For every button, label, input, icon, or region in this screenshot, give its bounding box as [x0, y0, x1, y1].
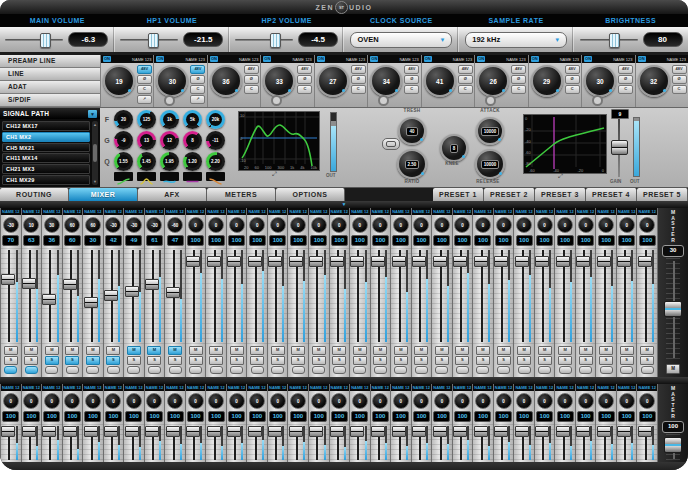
- clip-button[interactable]: C: [618, 85, 633, 94]
- eq-band5-gain-knob[interactable]: -11: [206, 131, 225, 150]
- fader-track[interactable]: [596, 424, 616, 462]
- link-button[interactable]: [169, 366, 182, 374]
- phantom-48v-button[interactable]: 48V: [404, 65, 419, 74]
- fader-handle[interactable]: [556, 426, 570, 437]
- eq-band4-freq-knob[interactable]: 5k: [183, 110, 202, 129]
- pan-knob[interactable]: 0: [413, 217, 429, 233]
- fader-handle[interactable]: [104, 426, 118, 437]
- fader-track[interactable]: [473, 248, 493, 344]
- fader-handle[interactable]: [474, 426, 488, 437]
- phase-button[interactable]: Ø: [672, 75, 687, 84]
- solo-button[interactable]: S: [271, 356, 285, 365]
- solo-button[interactable]: S: [4, 356, 18, 365]
- tab-preset-5[interactable]: PRESET 5: [637, 188, 688, 201]
- solo-button[interactable]: S: [640, 356, 654, 365]
- clip-button[interactable]: C: [190, 85, 205, 94]
- master-mute-button[interactable]: M: [666, 364, 680, 374]
- pan-knob[interactable]: 0: [105, 393, 121, 409]
- fader-handle[interactable]: [350, 426, 364, 437]
- mute-button[interactable]: M: [640, 346, 654, 355]
- fader-handle[interactable]: [412, 426, 426, 437]
- fader-handle[interactable]: [638, 426, 652, 437]
- pan-knob[interactable]: 0: [598, 217, 614, 233]
- fader-handle[interactable]: [576, 256, 590, 267]
- fader-track[interactable]: [247, 424, 267, 462]
- solo-button[interactable]: S: [291, 356, 305, 365]
- fader-track[interactable]: [22, 424, 42, 462]
- fader-track[interactable]: [453, 248, 473, 344]
- pan-knob[interactable]: 0: [639, 393, 655, 409]
- pan-knob[interactable]: 10: [23, 217, 39, 233]
- fader-track[interactable]: [145, 248, 165, 344]
- pan-knob[interactable]: 0: [639, 217, 655, 233]
- fader-handle[interactable]: [1, 274, 15, 285]
- mute-button[interactable]: M: [209, 346, 223, 355]
- pan-knob[interactable]: 0: [146, 393, 162, 409]
- eq-band3-gain-knob[interactable]: 12: [160, 131, 179, 150]
- pan-knob[interactable]: 0: [3, 393, 19, 409]
- pan-knob[interactable]: 60: [85, 217, 101, 233]
- eq-band4-q-knob[interactable]: 1.20: [183, 152, 202, 171]
- tab-preset-2[interactable]: PRESET 2: [484, 188, 535, 201]
- pan-knob[interactable]: 0: [393, 217, 409, 233]
- phase-button[interactable]: Ø: [297, 75, 312, 84]
- fader-track[interactable]: [637, 424, 657, 462]
- pan-knob[interactable]: 0: [64, 393, 80, 409]
- fader-track[interactable]: [83, 424, 103, 462]
- on-indicator[interactable]: ON: [531, 56, 539, 62]
- mute-button[interactable]: M: [127, 346, 141, 355]
- fader-handle[interactable]: [84, 297, 98, 308]
- preamp-gain-knob[interactable]: 36: [210, 65, 242, 97]
- pan-knob[interactable]: 0: [208, 393, 224, 409]
- phase-button[interactable]: Ø: [137, 75, 152, 84]
- link-button[interactable]: [4, 366, 17, 374]
- fader-handle[interactable]: [453, 426, 467, 437]
- expand-icon[interactable]: ⤢: [272, 171, 277, 178]
- link-button[interactable]: [518, 366, 531, 374]
- mute-button[interactable]: M: [373, 346, 387, 355]
- link-button[interactable]: [641, 366, 654, 374]
- signal-path-item[interactable]: CH5 MX21: [2, 143, 90, 153]
- pan-knob[interactable]: 0: [331, 393, 347, 409]
- solo-button[interactable]: S: [497, 356, 511, 365]
- tab-meters[interactable]: METERS: [207, 188, 276, 201]
- clock-source-select[interactable]: OVEN ▼: [350, 32, 452, 48]
- pan-knob[interactable]: 0: [537, 217, 553, 233]
- fader-handle[interactable]: [166, 287, 180, 298]
- main-volume-slider[interactable]: [5, 32, 63, 47]
- solo-button[interactable]: S: [558, 356, 572, 365]
- fader-track[interactable]: [268, 424, 288, 462]
- pan-knob[interactable]: 0: [434, 393, 450, 409]
- pan-knob[interactable]: 30: [44, 217, 60, 233]
- signal-path-scrollbar[interactable]: ▲ ▼: [92, 121, 98, 185]
- pan-knob[interactable]: 0: [454, 393, 470, 409]
- fader-handle[interactable]: [42, 294, 56, 305]
- fader-track[interactable]: [576, 248, 596, 344]
- pan-knob[interactable]: 0: [229, 393, 245, 409]
- fader-track[interactable]: [42, 424, 62, 462]
- signal-path-item[interactable]: CH21 MX3: [2, 164, 90, 174]
- preamp-gain-knob[interactable]: 26: [477, 65, 509, 97]
- link-button[interactable]: [271, 366, 284, 374]
- fader-track[interactable]: [165, 248, 185, 344]
- pan-knob[interactable]: 0: [44, 393, 60, 409]
- clip-button[interactable]: C: [565, 85, 580, 94]
- pan-knob[interactable]: 0: [270, 393, 286, 409]
- preamp-gain-knob[interactable]: 27: [317, 65, 349, 97]
- fader-track[interactable]: [124, 248, 144, 344]
- on-indicator[interactable]: ON: [156, 56, 164, 62]
- fader-track[interactable]: [309, 248, 329, 344]
- fader-track[interactable]: [22, 248, 42, 344]
- scroll-down-icon[interactable]: ▼: [93, 179, 97, 184]
- stereo-link-dot[interactable]: [485, 95, 496, 106]
- on-indicator[interactable]: ON: [210, 56, 218, 62]
- fader-track[interactable]: [617, 248, 637, 344]
- phase-button[interactable]: Ø: [565, 75, 580, 84]
- fader-handle[interactable]: [617, 426, 631, 437]
- phantom-48v-button[interactable]: 48V: [618, 65, 633, 74]
- fader-track[interactable]: [63, 424, 83, 462]
- mute-button[interactable]: M: [230, 346, 244, 355]
- solo-button[interactable]: S: [538, 356, 552, 365]
- mute-button[interactable]: M: [332, 346, 346, 355]
- phantom-48v-button[interactable]: 48V: [244, 65, 259, 74]
